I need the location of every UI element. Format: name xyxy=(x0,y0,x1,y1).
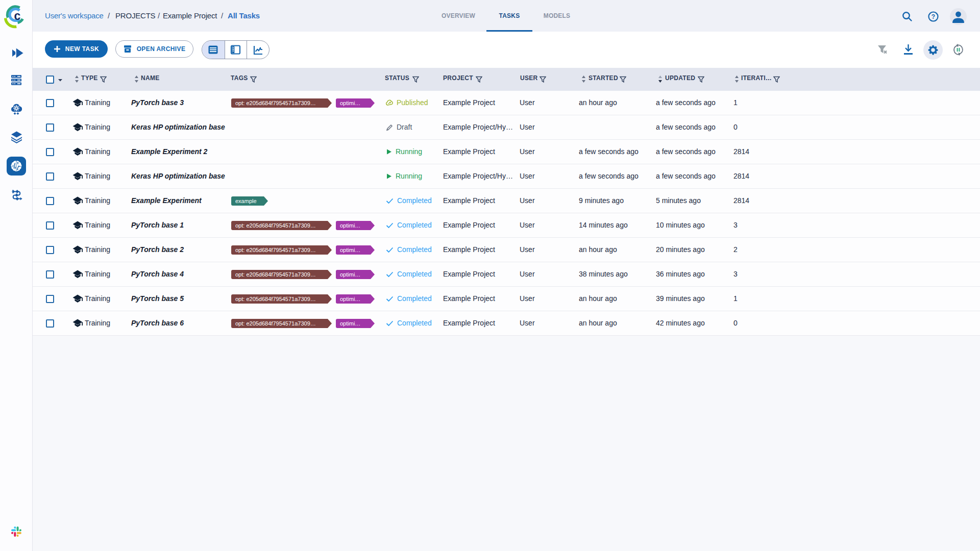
svg-text:c: c xyxy=(14,9,21,22)
svg-text:?: ? xyxy=(932,13,935,20)
